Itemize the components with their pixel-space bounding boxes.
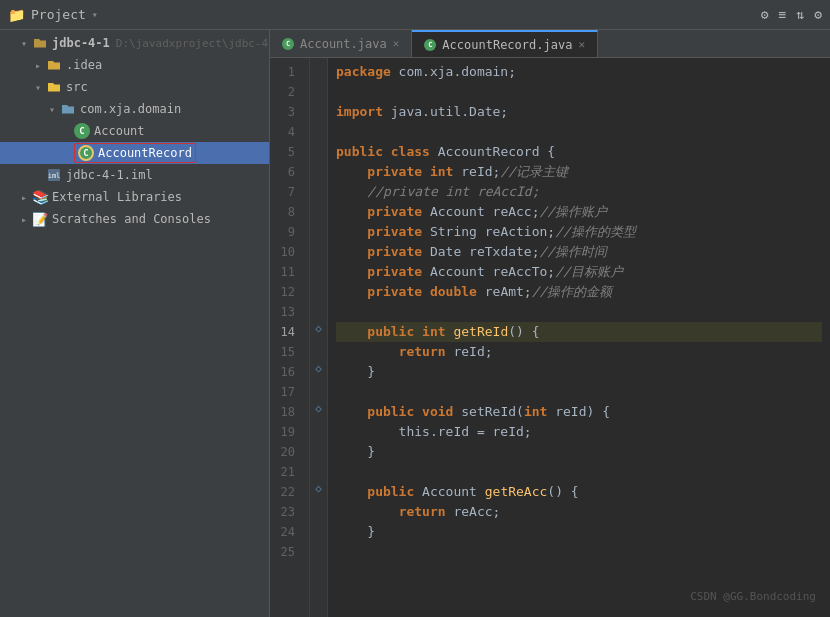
sidebar-item-iml[interactable]: iml jdbc-4-1.iml [0, 164, 269, 186]
sidebar-item-scratches[interactable]: 📝 Scratches and Consoles [0, 208, 269, 230]
gear-icon[interactable]: ⚙ [761, 7, 769, 22]
tab-close-account[interactable]: ✕ [393, 37, 400, 50]
arrow-idea [32, 59, 44, 71]
gutter-item-3 [310, 98, 327, 118]
tab-label-account: Account.java [300, 37, 387, 51]
line-num-18: 18 [270, 402, 301, 422]
tab-account[interactable]: C Account.java ✕ [270, 30, 412, 57]
line-num-15: 15 [270, 342, 301, 362]
class-icon-accountrecord: C [78, 145, 94, 161]
gutter-item-6 [310, 158, 327, 178]
code-area: 1234567891011121314151617181920212223242… [270, 58, 830, 617]
project-label[interactable]: Project [31, 7, 86, 22]
sidebar-label-iml: jdbc-4-1.iml [66, 168, 153, 182]
code-line-16: } [336, 362, 822, 382]
iml-icon: iml [46, 167, 62, 183]
line-num-1: 1 [270, 62, 301, 82]
code-line-4 [336, 122, 822, 142]
settings2-icon[interactable]: ⚙ [814, 7, 822, 22]
watermark: CSDN @GG.Bondcoding [690, 590, 816, 603]
sidebar-label-package: com.xja.domain [80, 102, 181, 116]
sidebar: jdbc-4-1 D:\javadxproject\jdbc-4-1 .idea… [0, 30, 270, 617]
sidebar-label-idea: .idea [66, 58, 102, 72]
code-line-12: private double reAmt;//操作的金额 [336, 282, 822, 302]
gutter-item-16: ◇ [310, 358, 327, 378]
gutter-item-23 [310, 498, 327, 518]
line-num-22: 22 [270, 482, 301, 502]
line-num-10: 10 [270, 242, 301, 262]
editor-area: C Account.java ✕ C AccountRecord.java ✕ … [270, 30, 830, 617]
line-num-9: 9 [270, 222, 301, 242]
sidebar-item-accountrecord[interactable]: C AccountRecord [0, 142, 269, 164]
gutter-item-8 [310, 198, 327, 218]
tab-close-accountrecord[interactable]: ✕ [578, 38, 585, 51]
folder-root-icon [32, 35, 48, 51]
gutter-item-9 [310, 218, 327, 238]
line-num-17: 17 [270, 382, 301, 402]
line-num-19: 19 [270, 422, 301, 442]
gutter-item-13 [310, 298, 327, 318]
svg-text:iml: iml [48, 172, 61, 180]
tab-label-accountrecord: AccountRecord.java [442, 38, 572, 52]
gutter-item-22: ◇ [310, 478, 327, 498]
sidebar-label-accountrecord: AccountRecord [98, 146, 192, 160]
gutter-item-24 [310, 518, 327, 538]
code-line-11: private Account reAccTo;//目标账户 [336, 262, 822, 282]
gutter-item-11 [310, 258, 327, 278]
code-line-9: private String reAction;//操作的类型 [336, 222, 822, 242]
arrow-extlibs [18, 191, 30, 203]
gutter: ◇◇◇◇ [310, 58, 328, 617]
gutter-item-15 [310, 338, 327, 358]
gutter-item-2 [310, 78, 327, 98]
code-line-18: public void setReId(int reId) { [336, 402, 822, 422]
code-line-1: package com.xja.domain; [336, 62, 822, 82]
tab-icon-accountrecord: C [424, 39, 436, 51]
line-num-23: 23 [270, 502, 301, 522]
code-line-23: return reAcc; [336, 502, 822, 522]
tab-accountrecord[interactable]: C AccountRecord.java ✕ [412, 30, 598, 57]
folder-src-icon [46, 79, 62, 95]
line-num-2: 2 [270, 82, 301, 102]
sidebar-item-src[interactable]: src [0, 76, 269, 98]
code-line-5: public class AccountRecord { [336, 142, 822, 162]
gutter-item-5 [310, 138, 327, 158]
line-num-20: 20 [270, 442, 301, 462]
code-line-17 [336, 382, 822, 402]
sidebar-item-package[interactable]: com.xja.domain [0, 98, 269, 120]
sidebar-item-idea[interactable]: .idea [0, 54, 269, 76]
sort-icon[interactable]: ⇅ [796, 7, 804, 22]
project-icon: 📁 [8, 7, 25, 23]
sidebar-item-root[interactable]: jdbc-4-1 D:\javadxproject\jdbc-4-1 [0, 32, 269, 54]
sidebar-label-extlibs: External Libraries [52, 190, 182, 204]
code-content[interactable]: package com.xja.domain; import java.util… [328, 58, 830, 617]
line-num-7: 7 [270, 182, 301, 202]
line-num-16: 16 [270, 362, 301, 382]
extlibs-icon: 📚 [32, 189, 48, 205]
sidebar-item-account[interactable]: C Account [0, 120, 269, 142]
line-num-24: 24 [270, 522, 301, 542]
code-line-6: private int reId;//记录主键 [336, 162, 822, 182]
sidebar-label-account: Account [94, 124, 145, 138]
scratches-icon: 📝 [32, 211, 48, 227]
line-num-3: 3 [270, 102, 301, 122]
gutter-item-10 [310, 238, 327, 258]
list-icon[interactable]: ≡ [779, 7, 787, 22]
line-num-21: 21 [270, 462, 301, 482]
line-num-4: 4 [270, 122, 301, 142]
sidebar-item-extlibs[interactable]: 📚 External Libraries [0, 186, 269, 208]
code-line-19: this.reId = reId; [336, 422, 822, 442]
toolbar-icons: ⚙ ≡ ⇅ ⚙ [761, 7, 822, 22]
code-line-8: private Account reAcc;//操作账户 [336, 202, 822, 222]
code-line-15: return reId; [336, 342, 822, 362]
line-numbers: 1234567891011121314151617181920212223242… [270, 58, 310, 617]
gutter-item-7 [310, 178, 327, 198]
gutter-item-18: ◇ [310, 398, 327, 418]
project-dropdown-icon[interactable]: ▾ [92, 9, 98, 20]
gutter-item-4 [310, 118, 327, 138]
code-line-25 [336, 542, 822, 562]
sidebar-label-scratches: Scratches and Consoles [52, 212, 211, 226]
line-num-8: 8 [270, 202, 301, 222]
sidebar-label-src: src [66, 80, 88, 94]
line-num-11: 11 [270, 262, 301, 282]
code-line-13 [336, 302, 822, 322]
